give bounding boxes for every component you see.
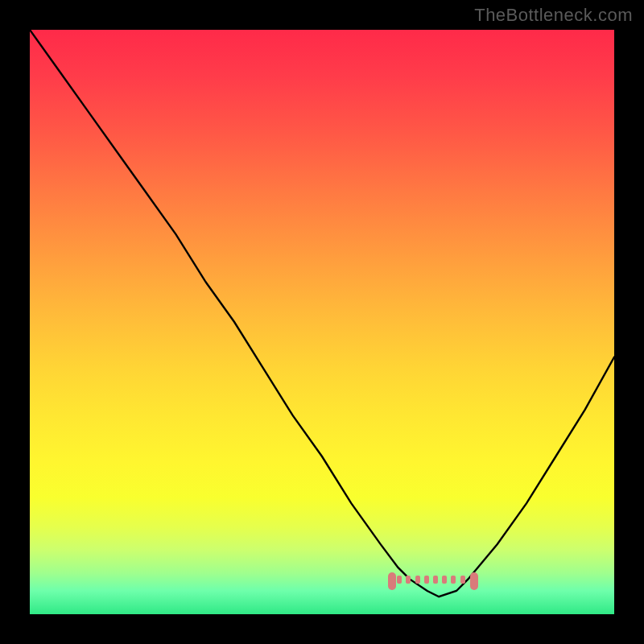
bottleneck-curve [30,30,614,614]
chart-plot-area [30,30,614,614]
watermark-text: TheBottleneck.com [474,5,633,26]
optimal-range-dash [433,576,438,584]
optimal-range-dash [451,576,456,584]
optimal-range-dash [460,576,465,584]
optimal-range-dash [406,576,411,584]
optimal-range-band [397,574,469,585]
optimal-range-start-cap [388,572,396,590]
optimal-range-dash [424,576,429,584]
optimal-range-end-cap [470,572,478,590]
optimal-range-dash [442,576,447,584]
optimal-range-dash [415,576,420,584]
optimal-range-dash [397,576,402,584]
